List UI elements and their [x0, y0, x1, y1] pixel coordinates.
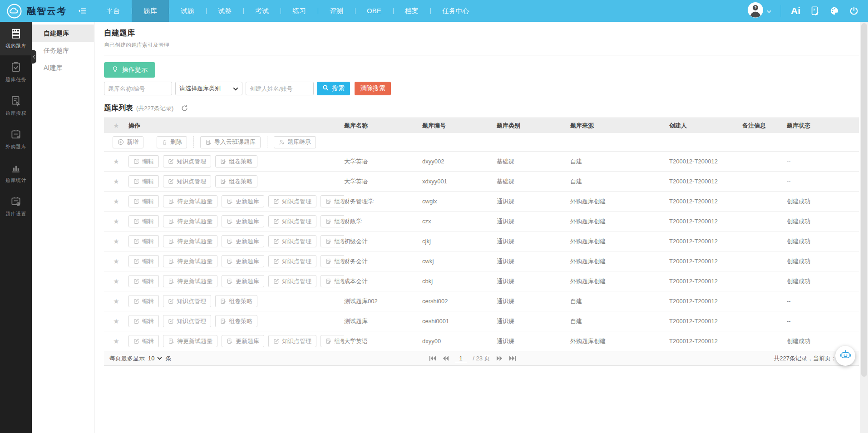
row-action-button[interactable]: 编辑	[128, 295, 159, 307]
row-action-button[interactable]: 组卷策略	[215, 155, 257, 167]
nav-item-5[interactable]: 练习	[281, 0, 318, 22]
row-action-button[interactable]: 组卷策略	[321, 275, 344, 287]
toolbar-trash-button[interactable]: 删除	[157, 136, 187, 148]
row-action-button[interactable]: 组卷策略	[321, 235, 344, 247]
brand[interactable]: 融智云考	[0, 3, 67, 19]
row-action-button[interactable]: 编辑	[128, 315, 159, 327]
last-page-icon[interactable]	[509, 355, 516, 361]
row-action-button[interactable]: 更新题库	[222, 235, 264, 247]
row-action-button[interactable]: 待更新试题量	[163, 335, 217, 347]
sidebar-item-purchased-bank[interactable]: 外购题库	[0, 123, 32, 156]
page-number-input[interactable]: 1	[455, 355, 467, 362]
row-action-button[interactable]: 待更新试题量	[163, 215, 217, 227]
row-action-button[interactable]: 组卷策略	[215, 295, 257, 307]
row-star-icon[interactable]: ★	[104, 197, 128, 206]
row-action-button[interactable]: 编辑	[128, 155, 159, 167]
row-action-button[interactable]: 编辑	[128, 335, 159, 347]
row-action-button[interactable]: 组卷策略	[321, 335, 344, 347]
user-menu[interactable]: ?	[747, 2, 771, 20]
row-action-button[interactable]: 更新题库	[222, 275, 264, 287]
clear-search-button[interactable]: 清除搜索	[355, 82, 391, 95]
bank-name-input[interactable]	[104, 82, 172, 95]
submenu-collapse-handle[interactable]	[31, 50, 36, 64]
exam-paper-icon[interactable]: ?	[810, 6, 820, 16]
row-action-button[interactable]: 知识点管理	[163, 315, 211, 327]
row-action-button[interactable]: 待更新试题量	[163, 255, 217, 267]
prev-page-icon[interactable]	[442, 355, 449, 361]
nav-item-0[interactable]: 平台	[94, 0, 132, 22]
row-action-button[interactable]: 编辑	[128, 235, 159, 247]
row-action-button[interactable]: 更新题库	[222, 195, 264, 207]
row-action-button[interactable]: 待更新试题量	[163, 195, 217, 207]
nav-item-6[interactable]: 评测	[318, 0, 355, 22]
row-action-button[interactable]: 知识点管理	[268, 275, 316, 287]
sidebar-item-bank-settings[interactable]: 题库设置	[0, 190, 32, 223]
sidebar-item-bank-stats[interactable]: 题库统计	[0, 156, 32, 190]
search-button[interactable]: 搜索	[317, 82, 350, 95]
nav-item-1[interactable]: 题库	[132, 0, 169, 22]
row-action-button[interactable]: 知识点管理	[268, 215, 316, 227]
nav-item-9[interactable]: 任务中心	[430, 0, 481, 22]
submenu-item-1[interactable]: 任务题库	[32, 42, 94, 59]
nav-item-3[interactable]: 试卷	[206, 0, 243, 22]
row-star-icon[interactable]: ★	[104, 157, 128, 166]
sidebar-item-bank-auth[interactable]: 题库授权	[0, 89, 32, 123]
row-action-button[interactable]: 待更新试题量	[163, 235, 217, 247]
nav-item-7[interactable]: OBE	[355, 0, 393, 22]
assistant-robot-button[interactable]	[835, 346, 855, 366]
operation-tip-button[interactable]: 操作提示	[104, 62, 155, 78]
sidebar-item-my-bank[interactable]: 我的题库	[0, 22, 32, 55]
row-star-icon[interactable]: ★	[104, 317, 128, 325]
scrollbar-thumb[interactable]	[861, 23, 867, 377]
toolbar-import-button[interactable]: 导入云班课题库	[200, 136, 261, 148]
row-action-button[interactable]: 知识点管理	[163, 295, 211, 307]
header-star-icon[interactable]: ★	[104, 122, 128, 130]
row-action-button[interactable]: 编辑	[128, 215, 159, 227]
row-star-icon[interactable]: ★	[104, 217, 128, 226]
first-page-icon[interactable]	[429, 355, 436, 361]
sidebar-item-bank-task[interactable]: 题库任务	[0, 55, 32, 89]
row-star-icon[interactable]: ★	[104, 337, 128, 345]
row-star-icon[interactable]: ★	[104, 237, 128, 246]
nav-item-4[interactable]: 考试	[243, 0, 281, 22]
ai-assistant-button[interactable]: Ai	[791, 5, 800, 16]
row-action-button[interactable]: 知识点管理	[163, 155, 211, 167]
row-action-button[interactable]: 知识点管理	[268, 235, 316, 247]
row-action-button[interactable]: 知识点管理	[268, 335, 316, 347]
row-action-button[interactable]: 组卷策略	[215, 315, 257, 327]
next-page-icon[interactable]	[496, 355, 503, 361]
category-select[interactable]: 请选择题库类别	[175, 82, 242, 95]
row-action-button[interactable]: 编辑	[128, 175, 159, 187]
row-action-button[interactable]: 更新题库	[222, 255, 264, 267]
row-action-button[interactable]: 知识点管理	[163, 175, 211, 187]
theme-palette-icon[interactable]	[829, 6, 839, 16]
vertical-scrollbar[interactable]	[860, 22, 868, 433]
menu-collapse-icon[interactable]	[79, 8, 86, 14]
row-action-button[interactable]: 待更新试题量	[163, 275, 217, 287]
row-action-button[interactable]: 编辑	[128, 195, 159, 207]
row-action-button[interactable]: 组卷策略	[321, 255, 344, 267]
row-action-button[interactable]: 更新题库	[222, 335, 264, 347]
row-action-button[interactable]: 更新题库	[222, 215, 264, 227]
row-action-button[interactable]: 组卷策略	[321, 215, 344, 227]
toolbar-plus-button[interactable]: 新增	[113, 136, 143, 148]
row-action-button[interactable]: 知识点管理	[268, 195, 316, 207]
nav-item-2[interactable]: 试题	[169, 0, 206, 22]
toolbar-inherit-button[interactable]: 题库继承	[274, 136, 316, 148]
row-action-button[interactable]: 组卷策略	[215, 175, 257, 187]
creator-input[interactable]	[246, 82, 314, 95]
row-star-icon[interactable]: ★	[104, 277, 128, 285]
row-action-button[interactable]: 编辑	[128, 275, 159, 287]
row-action-button[interactable]: 知识点管理	[268, 255, 316, 267]
row-action-button[interactable]: 编辑	[128, 255, 159, 267]
row-star-icon[interactable]: ★	[104, 257, 128, 266]
submenu-item-2[interactable]: AI建库	[32, 59, 94, 76]
row-star-icon[interactable]: ★	[104, 177, 128, 186]
logout-power-icon[interactable]	[849, 6, 859, 16]
refresh-icon[interactable]	[181, 104, 188, 112]
per-page-select[interactable]: 10	[148, 355, 162, 362]
submenu-item-0[interactable]: 自建题库	[32, 25, 94, 42]
nav-item-8[interactable]: 档案	[393, 0, 430, 22]
row-star-icon[interactable]: ★	[104, 297, 128, 305]
row-action-button[interactable]: 组卷策略	[321, 195, 344, 207]
